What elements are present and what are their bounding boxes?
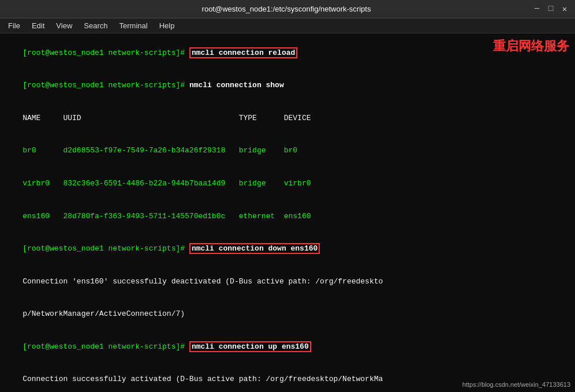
menu-help[interactable]: Help xyxy=(155,20,180,31)
terminal-line-row: virbr0 832c36e3-6591-4486-b22a-944b7baa1… xyxy=(5,167,570,200)
minimize-button[interactable]: ─ xyxy=(532,4,542,14)
terminal-line: Connection 'ens160' successfully deactiv… xyxy=(5,266,570,298)
menu-file[interactable]: File xyxy=(3,20,25,31)
title-bar: root@westos_node1:/etc/sysconfig/network… xyxy=(0,0,575,18)
window-title: root@westos_node1:/etc/sysconfig/network… xyxy=(40,5,532,13)
maximize-button[interactable]: □ xyxy=(546,4,555,14)
annotation-text: 重启网络服务 xyxy=(493,37,569,55)
highlight-cmd: nmcli connection up ens160 xyxy=(189,341,311,352)
terminal-line: [root@westos_node1 network-scripts]# nmc… xyxy=(5,233,570,266)
terminal-line: p/NetworkManager/ActiveConnection/7) xyxy=(5,298,570,331)
menu-view[interactable]: View xyxy=(51,20,77,31)
menu-terminal[interactable]: Terminal xyxy=(115,20,152,31)
menu-bar: File Edit View Search Terminal Help xyxy=(0,18,575,33)
terminal-line: [root@westos_node1 network-scripts]# nmc… xyxy=(5,331,570,364)
highlight-cmd: nmcli connection down ens160 xyxy=(189,243,320,254)
terminal-line: [root@westos_node1 network-scripts]# nmc… xyxy=(5,37,570,70)
watermark: https://blog.csdn.net/weixin_47133613 xyxy=(462,380,570,390)
terminal-content[interactable]: [root@westos_node1 network-scripts]# nmc… xyxy=(0,33,575,392)
terminal-line-row: br0 d2d68553-f97e-7549-7a26-b34a26f29318… xyxy=(5,135,570,168)
terminal-line-row: ens160 28d780fa-f363-9493-5711-145570ed1… xyxy=(5,200,570,233)
close-button[interactable]: ✕ xyxy=(560,4,569,14)
menu-edit[interactable]: Edit xyxy=(27,20,49,31)
highlight-cmd: nmcli connection reload xyxy=(189,47,297,58)
menu-search[interactable]: Search xyxy=(79,20,112,31)
terminal-line-header: NAME UUID TYPE DEVICE xyxy=(5,102,570,135)
terminal-line: [root@westos_node1 network-scripts]# nmc… xyxy=(5,70,570,103)
window-controls[interactable]: ─ □ ✕ xyxy=(532,4,569,14)
